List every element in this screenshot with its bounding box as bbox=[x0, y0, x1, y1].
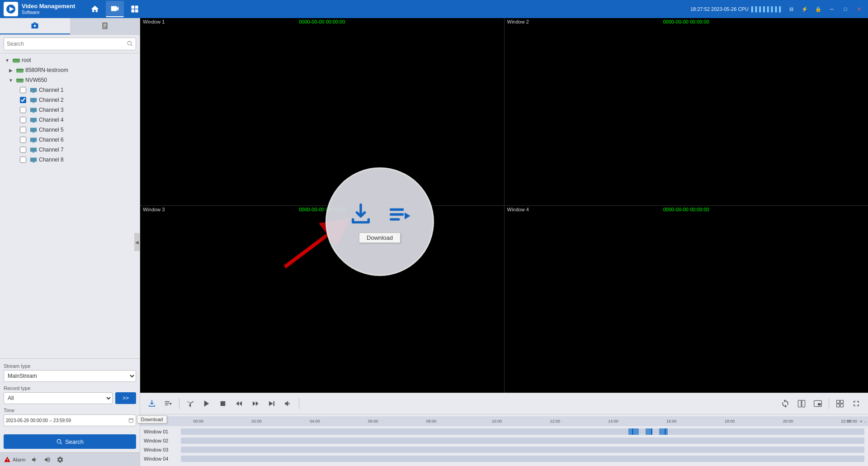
nvw650-expand-icon[interactable]: ▼ bbox=[7, 76, 14, 84]
device-tree: ▼ root ▶ 8580RN-testroom ▼ NVW650 bbox=[0, 53, 140, 358]
toolbar-cut-btn[interactable] bbox=[183, 396, 198, 411]
video-window-1[interactable]: Window 1 0000-00-00 00:00:00 bbox=[140, 18, 504, 205]
track-area-04[interactable] bbox=[181, 456, 864, 462]
svg-rect-18 bbox=[33, 102, 34, 103]
ch4-checkbox[interactable] bbox=[20, 117, 26, 123]
toolbar-sep2 bbox=[299, 398, 299, 409]
time-row: Time 2023-05-26 00:00:00 -- 23:59:59 bbox=[4, 408, 136, 426]
tree-channel3[interactable]: Channel 3 bbox=[0, 105, 140, 115]
svg-rect-13 bbox=[16, 68, 24, 72]
svg-marker-38 bbox=[405, 212, 410, 219]
toolbar-layout-split-btn[interactable] bbox=[794, 396, 809, 411]
tree-channel5[interactable]: Channel 5 bbox=[0, 125, 140, 135]
ch3-checkbox[interactable] bbox=[20, 107, 26, 113]
window1-timestamp: 0000-00-00 00:00:00 bbox=[299, 19, 345, 24]
timeline-ruler: ◀ 00:00 02:00 04:00 06:00 08:00 10:00 12… bbox=[140, 416, 868, 426]
panel-collapse-handle[interactable]: ◀ bbox=[134, 233, 140, 251]
window2-timestamp: 0000-00-00 00:00:00 bbox=[663, 19, 709, 24]
svg-marker-43 bbox=[204, 400, 209, 407]
zoom-download-icon[interactable] bbox=[347, 201, 374, 228]
titlebar-lock-icon[interactable]: 🔒 bbox=[813, 4, 824, 14]
svg-rect-23 bbox=[33, 152, 34, 153]
svg-marker-46 bbox=[239, 401, 242, 406]
tree-8580rn[interactable]: ▶ 8580RN-testroom bbox=[0, 65, 140, 75]
tree-channel3-label: Channel 3 bbox=[39, 107, 64, 113]
svg-rect-52 bbox=[802, 400, 805, 407]
track-label-03: Window 03 bbox=[140, 447, 181, 452]
tree-nvw650[interactable]: ▼ NVW650 bbox=[0, 75, 140, 85]
video-window-4[interactable]: Window 4 0000-00-00 00:00:00 bbox=[505, 206, 868, 393]
zoom-overlay: Download bbox=[326, 167, 434, 276]
ch7-checkbox[interactable] bbox=[20, 147, 26, 153]
titlebar-shrink-icon[interactable]: ⚡ bbox=[799, 4, 810, 14]
track-area-01[interactable] bbox=[181, 428, 864, 435]
nav-grid[interactable] bbox=[126, 1, 144, 17]
toolbar-sync-btn[interactable] bbox=[778, 396, 793, 411]
track-bar-01-a bbox=[628, 428, 639, 435]
search-icon[interactable] bbox=[127, 40, 133, 48]
toolbar-download-btn[interactable]: Download bbox=[145, 396, 159, 411]
svg-line-30 bbox=[60, 442, 62, 444]
svg-rect-56 bbox=[840, 400, 844, 404]
svg-marker-47 bbox=[253, 401, 255, 406]
ch8-checkbox[interactable] bbox=[20, 157, 26, 163]
titlebar-maximize[interactable]: □ bbox=[840, 4, 851, 14]
ch5-checkbox[interactable] bbox=[20, 127, 26, 133]
speaker-item[interactable] bbox=[31, 456, 38, 463]
search-button[interactable]: Search bbox=[4, 434, 136, 449]
volume-item[interactable] bbox=[44, 456, 51, 463]
tab-camera[interactable] bbox=[0, 18, 70, 34]
record-type-select[interactable]: All Alarm Manual bbox=[4, 392, 113, 404]
settings-item[interactable] bbox=[57, 456, 64, 463]
svg-rect-20 bbox=[33, 122, 34, 123]
alarm-item[interactable]: Alarm bbox=[4, 456, 26, 463]
video-grid: Window 1 0000-00-00 00:00:00 Window 2 00… bbox=[140, 18, 868, 393]
tree-root[interactable]: ▼ root bbox=[0, 55, 140, 65]
toolbar-pip-btn[interactable] bbox=[811, 396, 825, 411]
tree-channel2[interactable]: Channel 2 bbox=[0, 95, 140, 105]
tree-channel1[interactable]: Channel 1 bbox=[0, 85, 140, 95]
8580rn-expand-icon[interactable]: ▶ bbox=[7, 67, 14, 74]
nav-camera[interactable] bbox=[106, 1, 124, 17]
toolbar-fullscreen-btn[interactable] bbox=[849, 396, 863, 411]
video-window-2[interactable]: Window 2 0000-00-00 00:00:00 bbox=[505, 18, 868, 205]
tree-channel6[interactable]: Channel 6 bbox=[0, 135, 140, 145]
toolbar-sep1 bbox=[179, 398, 179, 409]
time-value: 2023-05-26 00:00:00 -- 23:59:59 bbox=[6, 418, 71, 423]
toolbar-next-btn[interactable] bbox=[264, 396, 279, 411]
toolbar-volume-btn[interactable] bbox=[281, 396, 295, 411]
titlebar-close[interactable]: ✕ bbox=[854, 4, 864, 14]
toolbar-stop-btn[interactable] bbox=[216, 396, 230, 411]
titlebar-tray-icon[interactable]: ⊟ bbox=[786, 4, 797, 14]
ch1-checkbox[interactable] bbox=[20, 87, 26, 93]
root-expand-icon[interactable]: ▼ bbox=[4, 57, 11, 64]
tree-channel4[interactable]: Channel 4 bbox=[0, 115, 140, 125]
search-input[interactable] bbox=[7, 41, 127, 47]
time-input[interactable]: 2023-05-26 00:00:00 -- 23:59:59 bbox=[4, 414, 136, 426]
toolbar-grid4-btn[interactable] bbox=[833, 396, 847, 411]
stream-controls: Stream type MainStream SubStream Record … bbox=[0, 358, 140, 434]
titlebar-minimize[interactable]: ─ bbox=[826, 4, 837, 14]
video-window-3[interactable]: Window 3 0000-00-00 00:00:00 bbox=[140, 206, 504, 393]
svg-rect-16 bbox=[16, 79, 24, 80]
tree-channel8[interactable]: Channel 8 bbox=[0, 155, 140, 165]
track-area-02[interactable] bbox=[181, 437, 864, 444]
track-area-03[interactable] bbox=[181, 447, 864, 453]
toolbar-slow-btn[interactable] bbox=[232, 396, 246, 411]
alarm-bar: Alarm bbox=[0, 452, 140, 466]
svg-rect-4 bbox=[33, 23, 36, 24]
zoom-playlist-icon[interactable] bbox=[385, 201, 412, 228]
svg-point-33 bbox=[7, 461, 7, 461]
toolbar-fast-btn[interactable] bbox=[248, 396, 263, 411]
tree-channel1-label: Channel 1 bbox=[39, 87, 64, 93]
ch6-checkbox[interactable] bbox=[20, 137, 26, 143]
nav-home[interactable] bbox=[86, 1, 104, 17]
svg-rect-15 bbox=[16, 78, 24, 82]
toolbar-playlist-btn[interactable] bbox=[161, 396, 175, 411]
tab-file[interactable] bbox=[70, 18, 140, 34]
ch2-checkbox[interactable] bbox=[20, 97, 26, 103]
tree-channel7[interactable]: Channel 7 bbox=[0, 145, 140, 155]
stream-type-select[interactable]: MainStream SubStream bbox=[4, 370, 136, 382]
toolbar-play-btn[interactable] bbox=[199, 396, 214, 411]
record-type-btn[interactable]: >> bbox=[115, 392, 136, 404]
